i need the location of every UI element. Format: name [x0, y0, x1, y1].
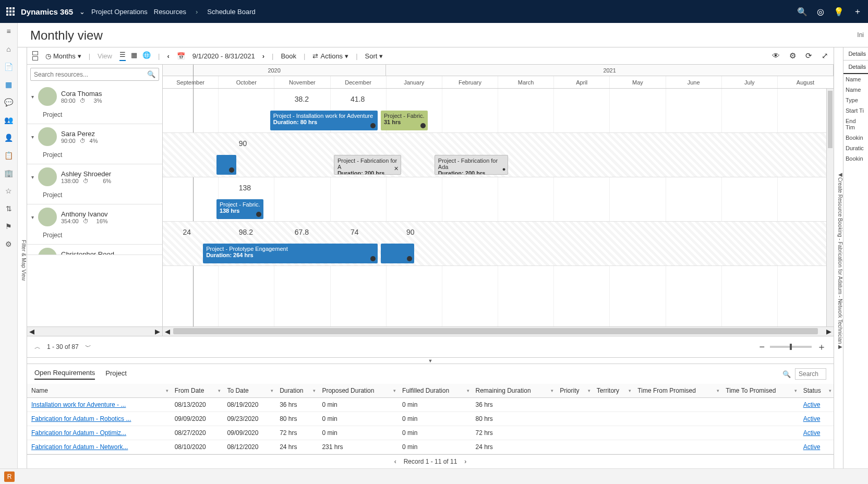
grid-row[interactable]: Installation work for Adventure - ...08/…	[27, 398, 834, 412]
column-header[interactable]: Priority▾	[556, 384, 593, 398]
column-filter-icon[interactable]: ▾	[271, 388, 273, 393]
req-link[interactable]: Fabrication for Adatum - Network...	[31, 443, 128, 451]
eye-icon[interactable]: 👁	[772, 51, 780, 60]
column-header[interactable]: Time To Promised▾	[721, 384, 799, 398]
plus-icon[interactable]: ＋	[853, 6, 862, 17]
fullscreen-icon[interactable]: ⤢	[822, 51, 828, 60]
sort-dropdown[interactable]: Sort ▾	[365, 52, 383, 60]
req-link[interactable]: Fabrication for Adatum - Optimiz...	[31, 429, 126, 437]
column-header[interactable]: Time From Promised▾	[633, 384, 721, 398]
column-header[interactable]: Name▾	[27, 384, 171, 398]
column-filter-icon[interactable]: ▾	[794, 388, 797, 393]
column-filter-icon[interactable]: ▾	[551, 388, 553, 393]
booking-bar[interactable]: Project - Fabrication for ADuration: 200…	[334, 155, 401, 175]
grid-row[interactable]: Fabrication for Adatum - Optimiz...08/27…	[27, 426, 834, 440]
resource-name[interactable]: Ashley Shroeder	[61, 170, 111, 178]
user-icon[interactable]: 👤	[4, 134, 13, 142]
panel-splitter[interactable]: ▼	[27, 357, 834, 364]
settings-icon[interactable]: ⚙	[789, 51, 796, 60]
chevron-icon[interactable]: ▾	[31, 94, 34, 100]
details-tab[interactable]: Details	[843, 60, 868, 74]
column-header[interactable]: Proposed Duration▾	[318, 384, 398, 398]
create-booking-toggle[interactable]: ◀Create Resource Booking - Fabrication f…	[834, 47, 843, 468]
view-list-icon[interactable]: ☰	[119, 51, 126, 61]
target-icon[interactable]: ◎	[817, 7, 824, 17]
column-filter-icon[interactable]: ▾	[588, 388, 590, 393]
calendar-icon[interactable]: ▦	[5, 80, 12, 89]
expand-down-icon[interactable]: ﹀	[85, 343, 91, 352]
breadcrumb-parent[interactable]: Resources	[154, 8, 186, 16]
res-hscroll[interactable]: ◀▶	[27, 326, 162, 336]
booking-bar[interactable]: Project - Fabric.138 hrs	[216, 199, 263, 219]
filter-map-toggle[interactable]: Filter & Map View	[18, 47, 27, 468]
zoom-in-icon[interactable]: ＋	[817, 341, 826, 353]
grid-row[interactable]: Fabrication for Adatum - Network...08/10…	[27, 440, 834, 454]
view-globe-icon[interactable]: 🌐	[142, 51, 151, 60]
app-launcher-icon[interactable]	[6, 7, 15, 16]
doc-icon[interactable]: 📄	[4, 63, 13, 71]
column-filter-icon[interactable]: ▾	[313, 388, 316, 393]
resource-name[interactable]: Anthony Ivanov	[61, 210, 108, 218]
menu-icon[interactable]: ≡	[6, 27, 10, 35]
tab-project[interactable]: Project	[105, 369, 126, 379]
brand[interactable]: Dynamics 365	[21, 7, 73, 16]
record-prev-icon[interactable]: ‹	[394, 458, 396, 465]
flag-icon[interactable]: ⚑	[5, 222, 12, 231]
record-next-icon[interactable]: ›	[464, 458, 466, 465]
column-header[interactable]: To Date▾	[223, 384, 275, 398]
refresh-icon[interactable]: ⟳	[805, 51, 812, 60]
clipboard-icon[interactable]: 📋	[4, 151, 13, 160]
search-icon[interactable]: 🔍	[147, 70, 155, 78]
status-link[interactable]: Active	[803, 401, 821, 408]
search-icon[interactable]: 🔍	[797, 7, 807, 17]
column-header[interactable]: Status▾	[799, 384, 834, 398]
status-link[interactable]: Active	[803, 415, 821, 422]
gear-icon[interactable]: ⚙	[5, 240, 12, 248]
bulb-icon[interactable]: 💡	[834, 7, 844, 17]
column-filter-icon[interactable]: ▾	[218, 388, 221, 393]
expand-collapse-icon[interactable]	[32, 51, 38, 60]
column-filter-icon[interactable]: ▾	[829, 388, 831, 393]
app-name[interactable]: Project Operations	[91, 8, 148, 16]
timeline-hscroll[interactable]: ◀ ▶	[163, 326, 834, 336]
tab-open-requirements[interactable]: Open Requirements	[34, 369, 95, 380]
booking-bar[interactable]	[381, 244, 414, 263]
chevron-icon[interactable]: ▾	[31, 214, 34, 220]
home-icon[interactable]: ⌂	[6, 45, 10, 53]
status-link[interactable]: Active	[803, 443, 821, 451]
column-filter-icon[interactable]: ▾	[166, 388, 168, 393]
grid-row[interactable]: Fabrication for Adatum - Robotics ...09/…	[27, 412, 834, 426]
booking-bar[interactable]: Project - Fabrication for AdaDuration: 2…	[435, 155, 508, 175]
star-icon[interactable]: ☆	[5, 187, 12, 195]
req-link[interactable]: Installation work for Adventure - ...	[31, 401, 126, 408]
view-grid-icon[interactable]: ▦	[131, 51, 137, 60]
grid-search-input[interactable]	[795, 368, 826, 380]
building-icon[interactable]: 🏢	[4, 169, 13, 177]
resource-name[interactable]: Christopher Reed	[61, 250, 114, 256]
arrows-icon[interactable]: ⇅	[6, 204, 12, 213]
column-header[interactable]: Duration▾	[275, 384, 318, 398]
chevron-down-icon[interactable]: ⌄	[79, 8, 85, 16]
column-header[interactable]: Fulfilled Duration▾	[398, 384, 471, 398]
booking-bar[interactable]: Project - Fabric.31 hrs	[381, 111, 428, 130]
actions-dropdown[interactable]: ⇄ Actions ▾	[312, 52, 348, 60]
column-filter-icon[interactable]: ▾	[629, 388, 631, 393]
collapse-up-icon[interactable]: ︿	[34, 343, 41, 352]
chevron-icon[interactable]: ▾	[31, 255, 34, 256]
resource-name[interactable]: Sara Perez	[61, 130, 98, 138]
column-filter-icon[interactable]: ▾	[467, 388, 469, 393]
column-header[interactable]: Remaining Duration▾	[472, 384, 556, 398]
resource-name[interactable]: Cora Thomas	[61, 90, 102, 98]
user-badge[interactable]: R	[4, 471, 15, 482]
status-link[interactable]: Active	[803, 429, 821, 437]
column-filter-icon[interactable]: ▾	[717, 388, 719, 393]
v-scrollbar[interactable]	[826, 89, 834, 326]
search-resources[interactable]: 🔍	[30, 68, 159, 81]
grid-search-icon[interactable]: 🔍	[782, 370, 791, 378]
column-header[interactable]: From Date▾	[171, 384, 223, 398]
prev-range-icon[interactable]: ‹	[167, 52, 169, 60]
booking-bar[interactable]: Project - Prototype EngagementDuration: …	[203, 244, 377, 263]
booking-bar[interactable]: Project - Installation work for Adventur…	[270, 111, 378, 130]
months-dropdown[interactable]: ◷ Months ▾	[45, 52, 81, 60]
column-header[interactable]: Territory▾	[593, 384, 634, 398]
